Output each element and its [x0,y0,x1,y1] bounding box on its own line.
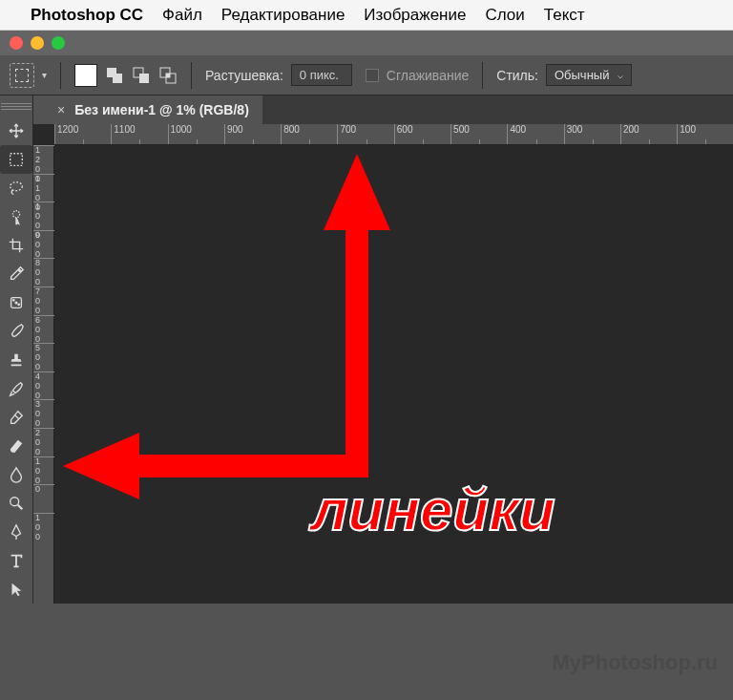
horizontal-ruler[interactable]: 1200110010009008007006005004003002001000… [54,124,733,145]
quick-select-tool[interactable] [0,202,32,231]
new-selection-icon[interactable] [74,64,97,87]
svg-point-11 [15,302,17,304]
close-window-button[interactable] [10,36,23,50]
svg-rect-6 [166,74,170,77]
window-titlebar [0,31,733,55]
pen-tool[interactable] [0,518,32,546]
style-select[interactable]: Обычный⌵ [546,64,632,86]
brush-tool[interactable] [0,317,32,346]
lasso-tool[interactable] [0,174,32,202]
close-tab-icon[interactable]: × [57,102,65,117]
svg-marker-15 [324,154,390,459]
menu-file[interactable]: Файл [162,6,202,25]
svg-point-13 [18,304,19,305]
tool-preset-button[interactable] [10,63,34,88]
feather-input[interactable] [291,64,352,86]
healing-brush-tool[interactable] [0,288,32,317]
history-brush-tool[interactable] [0,374,32,403]
antialias-checkbox [366,69,379,82]
menu-image[interactable]: Изображение [364,6,466,25]
minimize-window-button[interactable] [31,36,44,50]
path-select-tool[interactable] [0,575,32,604]
marquee-tool[interactable] [0,145,32,174]
tools-grip-icon[interactable] [1,99,31,113]
svg-rect-7 [10,154,23,166]
options-bar: ▾ Растушевка: Сглаживание Стиль: Обычный… [0,55,733,95]
eraser-tool[interactable] [0,403,32,432]
menu-text[interactable]: Текст [544,6,585,25]
tools-panel [0,95,33,604]
zoom-window-button[interactable] [52,36,65,50]
svg-rect-3 [139,74,149,83]
svg-point-14 [10,498,19,506]
vertical-ruler[interactable]: 1200110010009008007006005004003002001000… [33,145,54,604]
document-tabs: × Без имени-1 @ 1% (RGB/8) [44,95,733,124]
eyedropper-tool[interactable] [0,260,32,288]
add-selection-icon[interactable] [105,66,124,85]
crop-tool[interactable] [0,231,32,260]
watermark: MyPhotoshop.ru [552,650,718,675]
type-tool[interactable] [0,546,32,575]
tab-title: Без имени-1 @ 1% (RGB/8) [74,102,249,117]
gradient-tool[interactable] [0,432,32,460]
os-menubar: Photoshop CC Файл Редактирование Изображ… [0,0,733,31]
antialias-label: Сглаживание [387,68,469,83]
style-label: Стиль: [496,68,538,83]
svg-point-12 [13,300,14,301]
move-tool[interactable] [0,117,32,145]
menu-layers[interactable]: Слои [485,6,524,25]
feather-label: Растушевка: [205,68,283,83]
intersect-selection-icon[interactable] [158,66,178,85]
document-tab[interactable]: × Без имени-1 @ 1% (RGB/8) [44,95,262,124]
svg-point-8 [10,182,23,191]
app-name[interactable]: Photoshop CC [31,6,143,25]
svg-rect-1 [113,74,122,83]
stamp-tool[interactable] [0,346,32,374]
dodge-tool[interactable] [0,489,32,518]
annotation-text: линейки [311,476,555,543]
svg-point-9 [12,211,19,218]
subtract-selection-icon[interactable] [132,66,151,85]
blur-tool[interactable] [0,460,32,489]
menu-edit[interactable]: Редактирование [221,6,346,25]
annotation-arrow-up [319,154,395,469]
chevron-down-icon: ▾ [42,70,47,80]
